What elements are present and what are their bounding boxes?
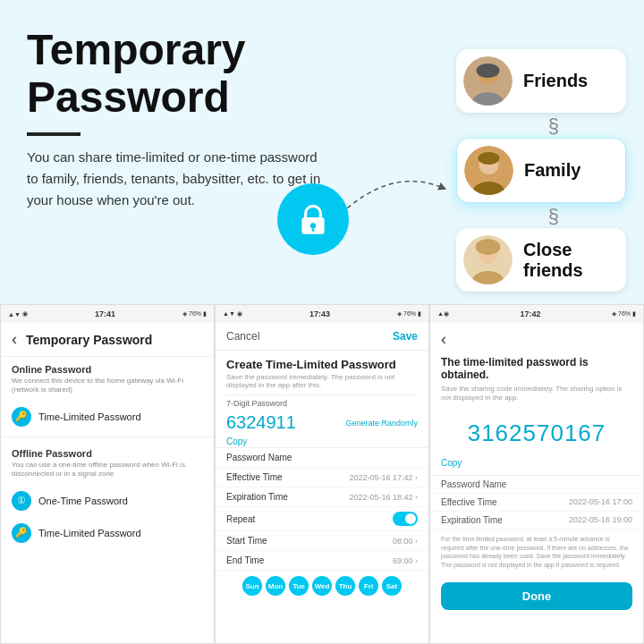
phone3-note: For the time-limited password, at least … [430,530,643,575]
phone3-desc: Save the sharing code immediately. The s… [430,385,643,411]
friends-label: Friends [523,71,588,91]
lock-circle [277,183,349,255]
day-tue[interactable]: Tue [289,576,309,596]
done-button[interactable]: Done [441,582,632,610]
time-limited-icon-1: 🔑 [12,407,31,427]
time-limited-icon-2: 🔑 [12,523,31,543]
family-card: Family [456,138,626,203]
online-password-desc: We connect this device to the home gatew… [1,377,214,401]
family-label: Family [524,160,580,181]
start-time-value: 08:00 › [393,537,418,546]
time-limited-pw-item-1[interactable]: 🔑 Time-Limited Password [1,401,214,433]
start-time-label: Start Time [226,536,267,546]
phone3-title: The time-limited password is obtained. [430,356,643,385]
phone3-status-bar: ▲◉ 17:42 ◈ 76% ▮ [430,305,643,323]
phone3-copy-link[interactable]: Copy [430,456,643,475]
phone2-time: 17:43 [309,309,330,318]
day-wed[interactable]: Wed [312,576,332,596]
expiration-time-label: Expiration Time [226,492,288,502]
phone1-status-bar: ▲▼◉ 17:41 ◈ 76% ▮ [1,305,214,323]
svg-point-14 [476,239,501,255]
time-limited-pw-item-2[interactable]: 🔑 Time-Limited Password [1,517,214,549]
online-password-label: Online Password [1,357,214,377]
phone1-screen: ▲▼◉ 17:41 ◈ 76% ▮ ‹ Temporary Password O… [0,304,215,644]
password-name-label: Password Name [226,453,292,462]
one-time-text: One-Time Password [38,496,128,506]
effective-time-value: 2022-05-16 17:42 › [349,473,418,482]
repeat-toggle[interactable] [393,512,418,526]
repeat-row[interactable]: Repeat [216,507,428,531]
day-sat[interactable]: Sat [382,576,402,596]
day-mon[interactable]: Mon [266,576,285,596]
effective-time-row[interactable]: Effective Time 2022-05-16 17:42 › [216,468,428,487]
phone3-pw-name-label: Password Name [441,479,506,489]
phone1-back-btn[interactable]: ‹ [12,330,17,349]
effective-time-label: Effective Time [226,472,283,482]
friends-avatar [463,56,513,106]
phone1-title: Temporary Password [26,333,152,347]
close-friends-label: Close friends [523,240,610,281]
password-field-label: 7-Digit Password [216,395,428,410]
end-time-label: End Time [226,555,264,565]
close-friends-card: Close friends [456,228,626,292]
close-friends-avatar [463,235,513,284]
day-sun[interactable]: Sun [242,576,262,596]
svg-point-6 [477,64,500,78]
friends-card: Friends [456,49,626,113]
save-button[interactable]: Save [393,330,418,343]
phone3-expiration-row: Expiration Time 2022-05-16 19:00 [430,512,643,530]
offline-password-label: Offline Password [1,441,214,461]
phones-section: ▲▼◉ 17:41 ◈ 76% ▮ ‹ Temporary Password O… [0,304,644,644]
chain-link-2: § [548,207,559,226]
one-time-icon: ① [12,491,31,511]
start-time-row[interactable]: Start Time 08:00 › [216,531,428,551]
phone1-time: 17:41 [95,309,115,318]
phone3-expiration-label: Expiration Time [441,515,503,525]
day-fri[interactable]: Fri [359,576,378,596]
chain-link-1: § [548,116,559,136]
phone3-effective-value: 2022-05-16 17:00 [569,497,632,507]
cancel-button[interactable]: Cancel [226,330,259,343]
phone1-header: ‹ Temporary Password [1,323,214,357]
family-avatar [464,146,513,195]
divider-1 [1,436,214,437]
generate-randomly-btn[interactable]: Generate Randomly [345,419,418,428]
phone2-title: Create Time-Limited Password [216,351,428,373]
phone3-header: ‹ [430,323,643,356]
phone2-header: Cancel Save [216,323,428,351]
phone3-screen: ▲◉ 17:42 ◈ 76% ▮ ‹ The time-limited pass… [429,304,644,644]
phone3-time: 17:42 [521,309,541,318]
page-title: Temporary Password [27,27,367,122]
big-password: 3162570167 [430,411,643,456]
phone3-password-name-row: Password Name [430,476,643,494]
svg-point-1 [310,223,316,228]
time-limited-text-1: Time-Limited Password [38,411,141,422]
end-time-value: 69:00 › [393,556,418,565]
time-limited-text-2: Time-Limited Password [38,528,141,538]
svg-point-10 [479,152,500,165]
days-row: Sun Mon Tue Wed Thu Fri Sat [216,571,428,601]
title-divider [27,132,80,136]
phone2-screen: ▲▼ ◉ 17:43 ◈ 76% ▮ Cancel Save Create Ti… [215,304,429,644]
phone3-effective-label: Effective Time [441,497,497,507]
phone3-expiration-value: 2022-05-16 19:00 [569,515,632,525]
day-thu[interactable]: Thu [335,576,355,596]
password-name-row: Password Name [216,448,428,468]
phone2-desc: Save the password immediately. The passw… [216,373,428,394]
repeat-label: Repeat [226,514,255,524]
copy-link[interactable]: Copy [216,436,428,447]
expiration-time-row[interactable]: Expiration Time 2022-05-16 18:42 › [216,487,428,507]
offline-password-desc: You can use a one-time offline password … [1,461,214,485]
phone2-status-bar: ▲▼ ◉ 17:43 ◈ 76% ▮ [216,305,428,323]
phone3-effective-time-row: Effective Time 2022-05-16 17:00 [430,494,643,512]
phone3-back-btn[interactable]: ‹ [441,330,446,349]
expiration-time-value: 2022-05-16 18:42 › [349,493,418,502]
password-value: 6324911 [226,412,296,433]
password-field-row: 6324911 Generate Randomly [216,410,428,436]
one-time-pw-item[interactable]: ① One-Time Password [1,485,214,517]
lock-icon [294,200,332,238]
person-cards: Friends § Family § [456,49,626,293]
end-time-row[interactable]: End Time 69:00 › [216,551,428,571]
